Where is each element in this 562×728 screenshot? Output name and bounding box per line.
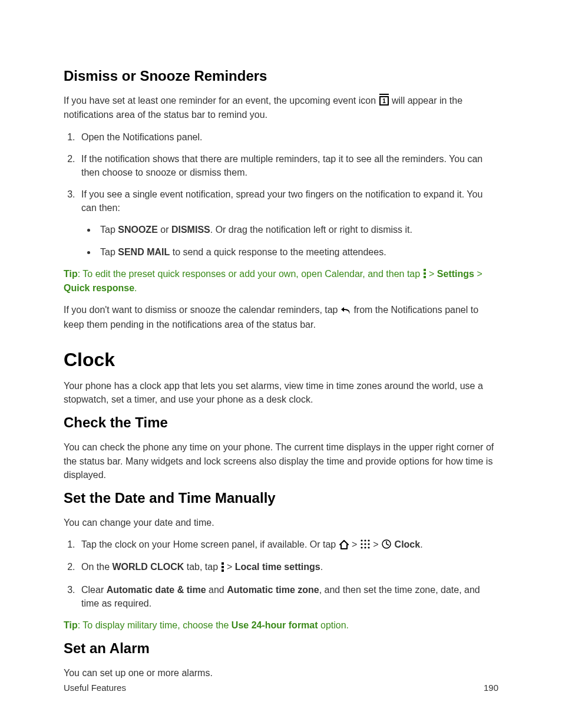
text-fragment: tab, tap — [184, 562, 220, 572]
list-item: Open the Notifications panel. — [78, 130, 498, 144]
paragraph: You can check the phone any time on your… — [64, 440, 498, 482]
bold-label: Local time settings — [235, 562, 320, 572]
text-fragment: to send a quick response to the meeting … — [170, 247, 386, 257]
list-item: Tap SNOOZE or DISMISS. Or drag the notif… — [97, 223, 498, 236]
apps-grid-icon — [360, 538, 371, 551]
sub-list: Tap SNOOZE or DISMISS. Or drag the notif… — [81, 223, 498, 258]
text-fragment: . Or drag the notification left or right… — [210, 225, 412, 235]
text-fragment: or — [158, 225, 171, 235]
text-fragment: Clear — [81, 585, 107, 595]
bold-label: DISMISS — [171, 225, 210, 235]
list-item: If the notification shows that there are… — [78, 152, 498, 179]
text-fragment: If you don't want to dismiss or snooze t… — [64, 305, 340, 315]
text-fragment: If you have set at least one reminder fo… — [64, 95, 379, 106]
svg-point-8 — [368, 540, 369, 542]
bold-label: SNOOZE — [118, 225, 158, 235]
bold-label: Use 24-hour format — [232, 620, 318, 630]
list-item: Clear Automatic date & time and Automati… — [78, 583, 498, 610]
tip-label: Tip — [64, 269, 78, 279]
svg-point-10 — [364, 543, 366, 545]
heading-dismiss-snooze: Dismiss or Snooze Reminders — [64, 68, 498, 84]
text-fragment: > — [427, 269, 437, 279]
page-footer: Useful Features 190 — [64, 683, 498, 693]
steps-list-1: Open the Notifications panel. If the not… — [64, 130, 498, 259]
page-number: 190 — [484, 683, 498, 693]
steps-list-2: Tap the clock on your Home screen panel,… — [64, 538, 498, 610]
bold-label: SEND MAIL — [118, 247, 170, 257]
footer-section-name: Useful Features — [64, 683, 126, 693]
svg-point-14 — [368, 547, 369, 549]
bold-label: Automatic date & time — [107, 585, 206, 595]
home-icon — [339, 538, 349, 551]
text-fragment: option. — [318, 620, 349, 630]
paragraph: If you don't want to dismiss or snooze t… — [64, 303, 498, 331]
heading-check-time: Check the Time — [64, 414, 498, 431]
svg-rect-4 — [424, 272, 426, 275]
menu-dots-icon — [423, 267, 427, 281]
heading-set-alarm: Set an Alarm — [64, 640, 498, 657]
text-fragment: > — [224, 562, 235, 572]
tip-paragraph: Tip: To display military time, choose th… — [64, 618, 498, 632]
heading-set-date-time: Set the Date and Time Manually — [64, 490, 498, 506]
text-fragment: On the — [81, 562, 112, 572]
list-item: On the WORLD CLOCK tab, tap > Local time… — [78, 560, 498, 574]
text-fragment: . — [320, 562, 323, 572]
svg-point-9 — [361, 543, 362, 545]
text-fragment: If you see a single event notification, … — [81, 189, 482, 213]
bold-label: Automatic time zone — [227, 585, 319, 595]
bold-label: Clock — [395, 539, 421, 549]
svg-point-12 — [361, 547, 362, 549]
svg-point-7 — [364, 540, 366, 542]
text-fragment: > — [474, 269, 482, 279]
bold-label: Settings — [437, 269, 474, 279]
tip-paragraph: Tip: To edit the preset quick responses … — [64, 267, 498, 295]
svg-point-11 — [368, 543, 369, 545]
bold-label: WORLD CLOCK — [112, 562, 184, 572]
svg-point-6 — [361, 540, 362, 542]
text-fragment: Tap the clock on your Home screen panel,… — [81, 539, 339, 549]
text-fragment: > — [371, 539, 381, 549]
upcoming-event-icon: 1 — [379, 94, 389, 107]
menu-dots-icon — [221, 561, 224, 574]
list-item: If you see a single event notification, … — [78, 187, 498, 259]
text-fragment: and — [206, 585, 227, 595]
document-page: Dismiss or Snooze Reminders If you have … — [0, 0, 562, 728]
list-item: Tap the clock on your Home screen panel,… — [78, 538, 498, 552]
text-fragment: . — [134, 283, 137, 293]
text-fragment: : To edit the preset quick responses or … — [78, 269, 423, 279]
svg-rect-3 — [424, 269, 426, 271]
text-fragment: > — [349, 539, 360, 549]
svg-line-17 — [386, 544, 389, 545]
text-fragment: Tap — [100, 225, 118, 235]
text-fragment: . — [420, 539, 422, 549]
svg-rect-5 — [424, 276, 426, 278]
text-fragment: Tap — [100, 247, 118, 257]
svg-rect-19 — [222, 566, 224, 568]
svg-rect-18 — [222, 562, 224, 565]
intro-paragraph: If you have set at least one reminder fo… — [64, 94, 498, 122]
paragraph: You can set up one or more alarms. — [64, 666, 498, 680]
tip-label: Tip — [64, 620, 78, 630]
list-item: Tap SEND MAIL to send a quick response t… — [97, 245, 498, 259]
paragraph: You can change your date and time. — [64, 516, 498, 529]
svg-text:1: 1 — [382, 98, 386, 104]
paragraph: Your phone has a clock app that lets you… — [64, 379, 498, 406]
svg-rect-20 — [222, 569, 224, 572]
svg-point-13 — [364, 547, 366, 549]
text-fragment: : To display military time, choose the — [78, 620, 232, 630]
heading-clock: Clock — [64, 349, 498, 371]
clock-icon — [381, 538, 392, 551]
back-icon — [340, 304, 351, 317]
bold-label: Quick response — [64, 283, 134, 293]
